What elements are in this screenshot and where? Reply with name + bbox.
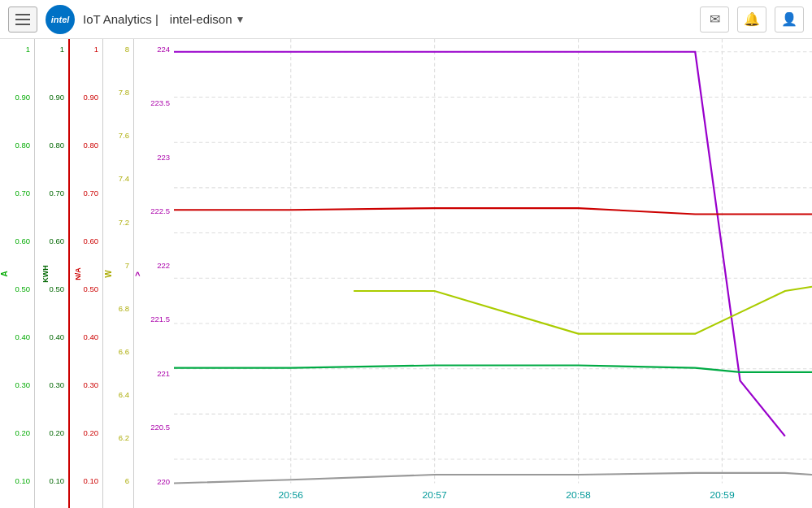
y-axis-5-label: > xyxy=(133,271,142,276)
y-axis-3-tick-4: 0.40 xyxy=(72,333,101,341)
y-axis-2-tick-5: 0.50 xyxy=(37,285,67,293)
device-selector[interactable]: intel-edison ▼ xyxy=(170,12,245,26)
email-button[interactable]: ✉ xyxy=(700,7,729,33)
y-axis-4-tick-68: 6.8 xyxy=(105,305,132,313)
chart-container: A 1 0.90 0.80 0.70 0.60 0.50 0.40 0.30 0… xyxy=(0,39,812,508)
y-axis-2-tick-8: 0.80 xyxy=(37,141,67,150)
y-axis-2-label: KWH xyxy=(41,265,50,283)
y-axis-5-tick-220: 220 xyxy=(136,478,172,486)
intel-logo: intel xyxy=(46,5,75,34)
y-axis-1-tick-7: 0.70 xyxy=(2,189,33,198)
hamburger-icon-line3 xyxy=(15,24,30,25)
y-axis-2-tick-1: 0.10 xyxy=(37,477,67,485)
yellow-green-line xyxy=(354,287,812,334)
y-axis-1-tick-1: 0.10 xyxy=(2,477,33,485)
y-axis-5-tick-221: 221 xyxy=(136,370,172,378)
y-axis-3-tick-1: 0.10 xyxy=(72,477,101,485)
y-axis-4-tick-74: 7.4 xyxy=(105,175,132,183)
y-axis-1-tick-10: 1 xyxy=(2,46,33,54)
bell-icon: 🔔 xyxy=(744,11,760,27)
y-axis-1-tick-8: 0.80 xyxy=(2,141,33,150)
gray-line xyxy=(174,473,812,484)
x-tick-2058: 20:58 xyxy=(566,490,591,501)
y-axis-3-tick-8: 0.80 xyxy=(72,141,101,150)
y-axis-2-tick-6: 0.60 xyxy=(37,237,67,245)
chart-plot: 20:56 20:57 20:58 20:59 xyxy=(174,39,812,508)
y-axis-1-tick-2: 0.20 xyxy=(2,429,33,437)
device-name: intel-edison xyxy=(170,12,232,26)
email-icon: ✉ xyxy=(710,11,720,27)
y-axis-4-tick-7: 7 xyxy=(105,262,132,270)
y-axis-1-tick-6: 0.60 xyxy=(2,237,33,245)
y-axis-5-tick-2205: 220.5 xyxy=(136,423,172,432)
y-axis-1-tick-3: 0.30 xyxy=(2,381,33,389)
y-axis-4-tick-76: 7.6 xyxy=(105,132,132,140)
y-axis-3-tick-7: 0.70 xyxy=(72,189,101,198)
y-axis-4-tick-64: 6.4 xyxy=(105,391,132,399)
y-axis-1: A 1 0.90 0.80 0.70 0.60 0.50 0.40 0.30 0… xyxy=(0,39,34,508)
hamburger-icon-line2 xyxy=(15,19,30,20)
y-axis-5-tick-222: 222 xyxy=(136,262,172,270)
y-axis-5: > 224 223.5 223 222.5 222 221.5 221 220.… xyxy=(133,39,174,508)
purple-line xyxy=(174,52,785,436)
y-axis-2-tick-4: 0.40 xyxy=(37,333,67,341)
header: intel IoT Analytics | intel-edison ▼ ✉ 🔔… xyxy=(0,0,812,39)
y-axis-4-label: W xyxy=(104,270,113,277)
y-axis-2-tick-7: 0.70 xyxy=(37,189,67,198)
y-axis-4-tick-72: 7.2 xyxy=(105,219,132,227)
dropdown-arrow-icon[interactable]: ▼ xyxy=(236,14,245,25)
y-axis-4-tick-8: 8 xyxy=(105,46,132,54)
chart-svg: 20:56 20:57 20:58 20:59 xyxy=(174,39,812,508)
y-axis-4-tick-78: 7.8 xyxy=(105,89,132,97)
y-axis-2-tick-9: 0.90 xyxy=(37,93,67,102)
y-axis-3-label: N/A xyxy=(74,267,82,280)
app-title: IoT Analytics | xyxy=(83,12,158,26)
y-axis-4-tick-62: 6.2 xyxy=(105,434,132,442)
y-axis-5-tick-224: 224 xyxy=(136,46,172,54)
x-tick-2059: 20:59 xyxy=(710,490,735,501)
y-axis-5-tick-223: 223 xyxy=(136,154,172,162)
logo-text: intel xyxy=(51,15,70,24)
hamburger-icon-line1 xyxy=(15,14,30,15)
y-axis-1-label: A xyxy=(0,271,9,276)
y-axis-5-tick-2235: 223.5 xyxy=(136,99,172,107)
y-axis-3-tick-3: 0.30 xyxy=(72,381,101,389)
y-axis-5-tick-2225: 222.5 xyxy=(136,207,172,215)
hamburger-button[interactable] xyxy=(8,7,37,33)
y-axis-4: W 8 7.8 7.6 7.4 7.2 7 6.8 6.6 6.4 6.2 6 xyxy=(102,39,133,508)
y-axis-3-tick-9: 0.90 xyxy=(72,93,101,102)
notifications-button[interactable]: 🔔 xyxy=(737,7,766,33)
y-axis-2-tick-3: 0.30 xyxy=(37,381,67,389)
y-axes: A 1 0.90 0.80 0.70 0.60 0.50 0.40 0.30 0… xyxy=(0,39,174,508)
y-axis-5-tick-2215: 221.5 xyxy=(136,315,172,323)
y-axis-3-tick-5: 0.50 xyxy=(72,285,101,293)
y-axis-3-tick-10: 1 xyxy=(72,46,101,54)
y-axis-4-tick-6: 6 xyxy=(105,477,132,485)
y-axis-4-tick-66: 6.6 xyxy=(105,348,132,356)
x-tick-2057: 20:57 xyxy=(422,490,446,501)
y-axis-2-tick-2: 0.20 xyxy=(37,429,67,437)
y-axis-1-tick-9: 0.90 xyxy=(2,93,33,102)
y-axis-2-tick-10: 1 xyxy=(37,46,67,54)
user-icon: 👤 xyxy=(781,11,797,27)
y-axis-3-tick-6: 0.60 xyxy=(72,237,101,245)
user-button[interactable]: 👤 xyxy=(775,7,804,33)
x-tick-2056: 20:56 xyxy=(279,490,304,501)
y-axis-3: N/A 1 0.90 0.80 0.70 0.60 0.50 0.40 0.30… xyxy=(68,39,102,508)
y-axis-1-tick-4: 0.40 xyxy=(2,333,33,341)
y-axis-1-tick-5: 0.50 xyxy=(2,285,33,293)
y-axis-2: KWH 1 0.90 0.80 0.70 0.60 0.50 0.40 0.30… xyxy=(34,39,68,508)
y-axis-3-tick-2: 0.20 xyxy=(72,429,101,437)
